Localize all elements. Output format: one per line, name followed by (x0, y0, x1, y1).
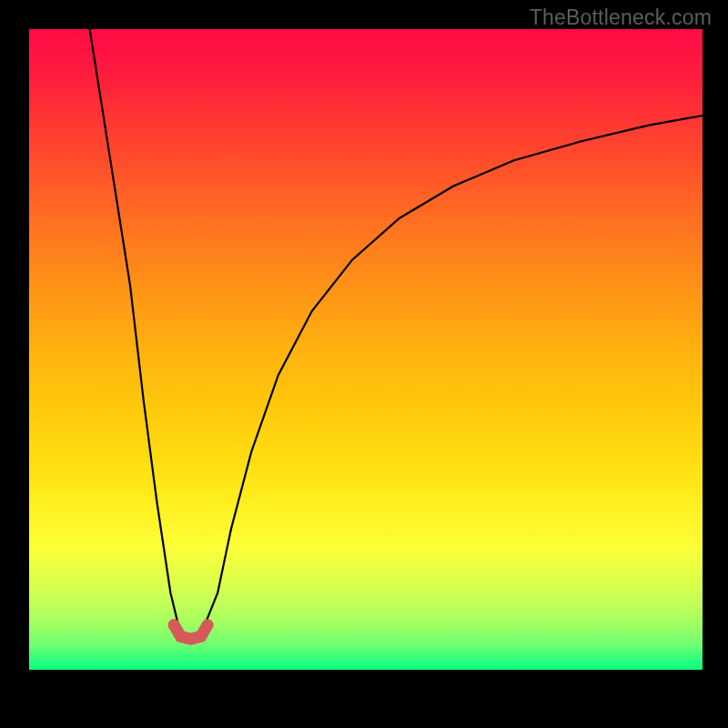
curve-layer (29, 29, 703, 703)
chart-frame: TheBottleneck.com (0, 0, 728, 728)
bottleneck-curve (90, 29, 703, 639)
plot-area (29, 29, 703, 703)
watermark-text: TheBottleneck.com (530, 5, 712, 30)
highlight-arc (174, 625, 207, 640)
